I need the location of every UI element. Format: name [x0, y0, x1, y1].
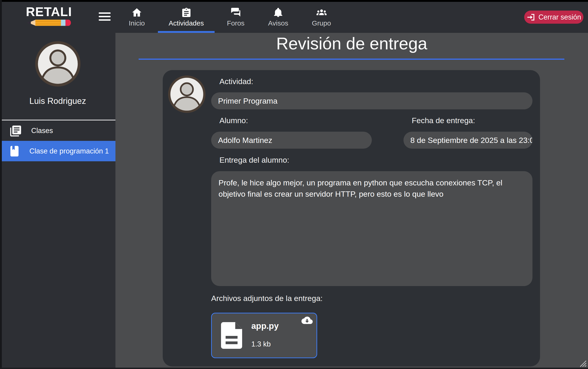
- logout-label: Cerrar sesión: [539, 13, 581, 21]
- window-edge-bottom: [0, 368, 588, 369]
- user-avatar: [34, 40, 81, 88]
- library-icon: [9, 124, 21, 137]
- home-icon: [131, 7, 142, 18]
- logo-text: RETALI: [25, 6, 73, 18]
- logout-icon: [527, 13, 535, 21]
- class-book-icon: [9, 145, 20, 157]
- tab-actividades[interactable]: Actividades: [158, 2, 215, 33]
- hamburger-bar: [99, 12, 111, 14]
- app-window: RETALI Inicio: [0, 0, 588, 369]
- entrega-label: Entrega del alumno:: [219, 155, 289, 164]
- file-document-icon: [219, 321, 245, 350]
- main-content: Revisión de entrega Actividad: Primer Pr…: [116, 33, 588, 369]
- tab-grupo[interactable]: Grupo: [303, 2, 340, 33]
- group-icon: [316, 7, 327, 18]
- hamburger-bar: [99, 16, 111, 17]
- window-edge-top: [0, 0, 588, 2]
- fecha-field[interactable]: 8 de Septiembre de 2025 a las 23:03: [403, 132, 532, 149]
- attachment-filename: app.py: [251, 321, 279, 331]
- logout-button[interactable]: Cerrar sesión: [524, 10, 583, 24]
- bell-icon: [273, 7, 284, 18]
- student-avatar: [167, 75, 206, 114]
- tab-avisos[interactable]: Avisos: [260, 2, 296, 33]
- user-name: Luis Rodriguez: [0, 96, 116, 106]
- actividad-field[interactable]: Primer Programa: [211, 92, 532, 109]
- adjuntos-label: Archivos adjuntos de la entrega:: [211, 294, 323, 303]
- sidebar-item-label: Clase de programación 1: [29, 147, 109, 155]
- fecha-label: Fecha de entrega:: [412, 116, 475, 125]
- attachment-filesize: 1.3 kb: [251, 340, 271, 348]
- pencil-icon: [26, 19, 72, 27]
- submission-card: Actividad: Primer Programa Alumno: Adolf…: [163, 70, 540, 367]
- window-edge-left: [0, 0, 2, 369]
- tab-foros[interactable]: Foros: [218, 2, 253, 33]
- tab-inicio[interactable]: Inicio: [119, 2, 154, 33]
- app-logo[interactable]: RETALI: [25, 6, 73, 28]
- page-title: Revisión de entrega: [116, 34, 588, 53]
- menu-toggle-button[interactable]: [99, 12, 111, 22]
- sidebar-item-clases[interactable]: Clases: [0, 120, 116, 141]
- title-underline: [139, 59, 564, 60]
- attachment-card[interactable]: app.py 1.3 kb: [211, 313, 317, 358]
- alumno-label: Alumno:: [219, 116, 248, 125]
- top-navbar: RETALI Inicio: [0, 2, 588, 33]
- alumno-field[interactable]: Adolfo Martinez: [211, 132, 372, 149]
- clipboard-icon: [181, 7, 192, 18]
- resize-gripper[interactable]: [578, 359, 587, 367]
- sidebar-item-label: Clases: [31, 127, 53, 135]
- sidebar: Luis Rodriguez Clases Clase de programac…: [0, 33, 116, 369]
- cloud-download-icon[interactable]: [301, 316, 313, 324]
- forum-icon: [230, 7, 241, 18]
- actividad-label: Actividad:: [219, 77, 253, 86]
- sidebar-item-clase-programacion[interactable]: Clase de programación 1: [0, 141, 116, 161]
- entrega-textarea[interactable]: Profe, le hice algo mejor, un programa e…: [211, 171, 532, 286]
- hamburger-bar: [99, 19, 111, 21]
